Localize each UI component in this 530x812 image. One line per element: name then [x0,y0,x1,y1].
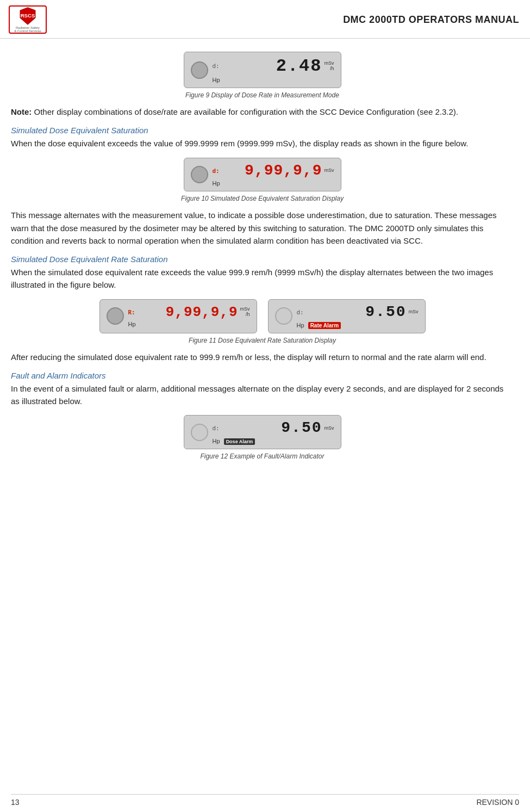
figure-10-caption: Figure 10 Simulated Dose Equivalent Satu… [11,195,514,202]
dose-icon: d: [213,63,220,70]
screen-block: d: 2.48 mSv /h Hp [213,57,334,83]
logo-tagline: Radiation Safety& Control Services [14,26,41,33]
page-header: RSCS Radiation Safety& Control Services … [0,0,530,39]
note-paragraph: Note: Other display combinations of dose… [11,106,514,118]
screen-hp-label-4: Hp [213,438,220,444]
screen-reading-3a: 9,99,9,9 [138,305,238,320]
shield-icon: RSCS [18,7,38,26]
dose-icon-4: d: [213,425,220,432]
screen-top-3b: d: 9.50 mSv [297,304,419,321]
device-button-2 [191,166,208,183]
screen-label-2: Hp [213,180,334,187]
screen-top-4: d: 9.50 mSv [213,420,334,437]
screen-block-3a: R: 9,99,9,9 mSv /h Hp [128,305,250,328]
page-number: 13 [11,798,20,807]
section2-para2: After reducing the simulated dose equiva… [11,351,514,363]
screen-unit-2: mSv [325,168,334,173]
screen-top-3a: R: 9,99,9,9 mSv /h [128,305,250,320]
main-content: d: 2.48 mSv /h Hp Figure 9 Display of Do… [0,39,530,478]
screen-label: Hp [213,77,334,83]
note-label: Note: [11,107,32,116]
figure-11-display-left: R: 9,99,9,9 mSv /h Hp [99,299,257,333]
unit-line2: /h [325,66,334,72]
device-button-3b [275,307,292,325]
section3-para1: In the event of a simulated fault or ala… [11,382,514,408]
svg-text:RSCS: RSCS [21,13,35,18]
screen-hp-label-3b: Hp [297,322,304,328]
screen-label-4: Hp Dose Alarm [213,438,334,444]
figure-10-display: d: 9,99,9,9 mSv Hp [184,158,341,192]
figure-11-caption: Figure 11 Dose Equivalent Rate Saturatio… [11,337,514,344]
figure-9-container: d: 2.48 mSv /h Hp [11,52,514,88]
section2-para1: When the simulated dose equivalent rate … [11,266,514,292]
dose-icon-2: d: [213,168,220,175]
dose-alarm-badge: Dose Alarm [224,438,255,445]
section1-para1: When the dose equivalent exceeds the val… [11,137,514,150]
revision-label: REVISION 0 [476,798,519,807]
device-button [191,61,208,79]
screen-top: d: 2.48 mSv /h [213,57,334,76]
device-button-3a [107,307,124,325]
section1-heading: Simulated Dose Equivalent Saturation [11,126,514,135]
company-logo: RSCS Radiation Safety& Control Services [9,5,47,34]
screen-label-3a: Hp [128,321,250,327]
figure-11-display-right: d: 9.50 mSv Hp Rate Alarm [268,299,426,333]
screen-label-3b: Hp Rate Alarm [297,322,419,328]
rate-alarm-badge: Rate Alarm [308,322,341,329]
screen-reading-2: 9,99,9,9 [222,163,322,179]
unit-h: /h [240,312,250,318]
figure-9-display: d: 2.48 mSv /h Hp [184,52,341,88]
screen-reading-3b: 9.50 [306,304,407,321]
screen-unit-3b: mSv [409,309,419,315]
figure-10-container: d: 9,99,9,9 mSv Hp [11,158,514,192]
figure-12-caption: Figure 12 Example of Fault/Alarm Indicat… [11,453,514,460]
screen-block-4: d: 9.50 mSv Hp Dose Alarm [213,420,334,444]
screen-top-2: d: 9,99,9,9 mSv [213,163,334,179]
note-text: Other display combinations of dose/rate … [34,107,458,116]
device-button-4 [191,424,208,441]
page-footer: 13 REVISION 0 [11,794,519,807]
section1-para2: This message alternates with the measure… [11,209,514,247]
screen-unit-3a: mSv /h [240,307,250,318]
screen-unit-4: mSv [325,426,334,431]
section2-heading: Simulated Dose Equivalent Rate Saturatio… [11,255,514,264]
figure-11-container: R: 9,99,9,9 mSv /h Hp d: 9.50 mSv [11,299,514,333]
section3-heading: Fault and Alarm Indicators [11,371,514,380]
screen-reading-4: 9.50 [222,420,322,437]
document-title: DMC 2000TD OPERATORS MANUAL [343,14,519,26]
dose-icon-3a: R: [128,309,135,316]
figure-12-display: d: 9.50 mSv Hp Dose Alarm [184,415,341,449]
dose-icon-3b: d: [297,309,304,316]
figure-12-container: d: 9.50 mSv Hp Dose Alarm [11,415,514,449]
screen-unit: mSv /h [325,61,334,72]
screen-block-3b: d: 9.50 mSv Hp Rate Alarm [297,304,419,328]
logo-area: RSCS Radiation Safety& Control Services [9,5,47,34]
figure-9-caption: Figure 9 Display of Dose Rate in Measure… [11,91,514,99]
screen-reading: 2.48 [222,57,322,76]
screen-block-2: d: 9,99,9,9 mSv Hp [213,163,334,187]
